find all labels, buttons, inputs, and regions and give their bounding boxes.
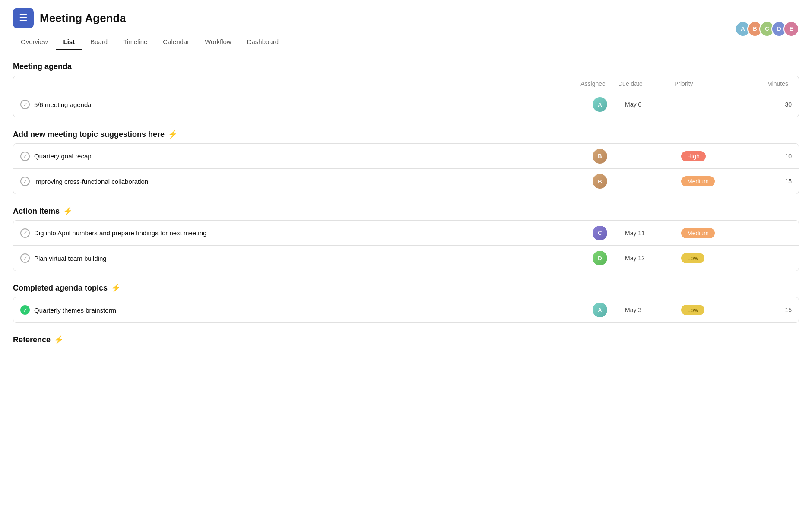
task-cell: ✓ Plan virtual team building (13, 248, 578, 268)
date-cell: May 11 (622, 230, 678, 237)
tab-list[interactable]: List (56, 35, 83, 50)
priority-badge-low[interactable]: Low (681, 253, 704, 263)
task-name: Plan virtual team building (34, 255, 107, 262)
header-left: ☰ Meeting Agenda Overview List Board Tim… (13, 8, 286, 50)
check-icon[interactable]: ✓ (20, 152, 30, 161)
task-name: Dig into April numbers and prepare findi… (34, 229, 206, 237)
priority-cell: Low (678, 305, 751, 315)
minutes-cell: 30 (751, 101, 799, 108)
priority-cell: Medium (678, 228, 751, 238)
header: ☰ Meeting Agenda Overview List Board Tim… (0, 0, 812, 50)
avatar: D (593, 251, 607, 265)
minutes-cell: 15 (751, 178, 799, 185)
assignee-cell: C (578, 226, 622, 240)
tab-overview[interactable]: Overview (13, 35, 56, 50)
header-top: ☰ Meeting Agenda (13, 8, 286, 28)
task-name: 5/6 meeting agenda (34, 101, 92, 108)
minutes-cell: 15 (751, 306, 799, 313)
table-row: ✓ Quarterly themes brainstorm A May 3 Lo… (13, 297, 799, 322)
section-add-new-meeting: Add new meeting topic suggestions here ⚡… (13, 130, 799, 194)
col-header-date: Due date (615, 80, 671, 87)
task-table-completed: ✓ Quarterly themes brainstorm A May 3 Lo… (13, 297, 799, 323)
section-title-reference: Reference ⚡ (13, 335, 799, 344)
task-table-meeting-agenda: Assignee Due date Priority Minutes ✓ 5/6… (13, 76, 799, 117)
check-icon[interactable]: ✓ (20, 228, 30, 238)
avatar: A (593, 97, 607, 112)
col-header-minutes: Minutes (744, 80, 792, 87)
app-icon-symbol: ☰ (19, 13, 28, 24)
date-cell: May 3 (622, 306, 678, 313)
minutes-cell: 10 (751, 153, 799, 160)
priority-cell: Medium (678, 176, 751, 186)
col-header-priority: Priority (671, 80, 744, 87)
check-icon[interactable]: ✓ (20, 177, 30, 186)
lightning-icon: ⚡ (54, 335, 63, 344)
table-row: ✓ Quartery goal recap B High 10 (13, 144, 799, 169)
priority-badge-medium[interactable]: Medium (681, 176, 715, 186)
main-content: Meeting agenda Assignee Due date Priorit… (0, 50, 812, 369)
section-title-add-meeting: Add new meeting topic suggestions here ⚡ (13, 130, 799, 139)
task-cell: ✓ Dig into April numbers and prepare fin… (13, 223, 578, 243)
nav-tabs: Overview List Board Timeline Calendar Wo… (13, 35, 286, 50)
task-table-add-meeting: ✓ Quartery goal recap B High 10 ✓ Improv… (13, 143, 799, 194)
tab-calendar[interactable]: Calendar (155, 35, 197, 50)
section-title-meeting-agenda: Meeting agenda (13, 62, 799, 71)
avatar-5[interactable]: E (783, 21, 799, 37)
app-icon: ☰ (13, 8, 34, 28)
tab-board[interactable]: Board (82, 35, 115, 50)
tab-workflow[interactable]: Workflow (197, 35, 239, 50)
task-cell: ✓ Quarterly themes brainstorm (13, 300, 578, 320)
priority-badge-medium[interactable]: Medium (681, 228, 715, 238)
tab-timeline[interactable]: Timeline (115, 35, 155, 50)
table-row: ✓ Improving cross-functional collaborati… (13, 169, 799, 194)
assignee-cell: A (578, 97, 622, 112)
avatar-group: A B C D E (735, 21, 799, 37)
col-header-assignee: Assignee (571, 80, 615, 87)
task-name: Quarterly themes brainstorm (34, 306, 116, 314)
check-icon-completed[interactable]: ✓ (20, 305, 30, 315)
section-meeting-agenda: Meeting agenda Assignee Due date Priorit… (13, 62, 799, 117)
date-cell: May 6 (622, 101, 678, 108)
task-name: Improving cross-functional collaboration (34, 178, 148, 185)
task-table-action-items: ✓ Dig into April numbers and prepare fin… (13, 220, 799, 271)
task-cell: ✓ Quartery goal recap (13, 146, 578, 166)
app-title: Meeting Agenda (40, 12, 126, 25)
lightning-icon: ⚡ (63, 206, 73, 216)
table-row: ✓ Plan virtual team building D May 12 Lo… (13, 246, 799, 271)
assignee-cell: A (578, 303, 622, 317)
task-name: Quartery goal recap (34, 152, 92, 160)
avatar: B (593, 149, 607, 164)
priority-badge-high[interactable]: High (681, 151, 706, 161)
priority-cell: Low (678, 253, 751, 263)
priority-badge-low[interactable]: Low (681, 305, 704, 315)
section-reference: Reference ⚡ (13, 335, 799, 344)
task-cell: ✓ 5/6 meeting agenda (13, 95, 578, 114)
section-title-completed: Completed agenda topics ⚡ (13, 283, 799, 293)
date-cell: May 12 (622, 255, 678, 262)
assignee-cell: B (578, 149, 622, 164)
col-header-task (20, 80, 571, 87)
assignee-cell: B (578, 174, 622, 189)
section-action-items: Action items ⚡ ✓ Dig into April numbers … (13, 206, 799, 271)
task-cell: ✓ Improving cross-functional collaborati… (13, 171, 578, 191)
tab-dashboard[interactable]: Dashboard (239, 35, 286, 50)
table-row: ✓ Dig into April numbers and prepare fin… (13, 221, 799, 246)
table-row: ✓ 5/6 meeting agenda A May 6 30 (13, 92, 799, 117)
check-icon[interactable]: ✓ (20, 100, 30, 109)
priority-cell: High (678, 151, 751, 161)
lightning-icon: ⚡ (111, 283, 121, 293)
assignee-cell: D (578, 251, 622, 265)
lightning-icon: ⚡ (168, 130, 178, 139)
avatar: A (593, 303, 607, 317)
avatar: B (593, 174, 607, 189)
table-header: Assignee Due date Priority Minutes (13, 76, 799, 92)
avatar: C (593, 226, 607, 240)
section-completed-agenda: Completed agenda topics ⚡ ✓ Quarterly th… (13, 283, 799, 323)
check-icon[interactable]: ✓ (20, 253, 30, 263)
section-title-action-items: Action items ⚡ (13, 206, 799, 216)
